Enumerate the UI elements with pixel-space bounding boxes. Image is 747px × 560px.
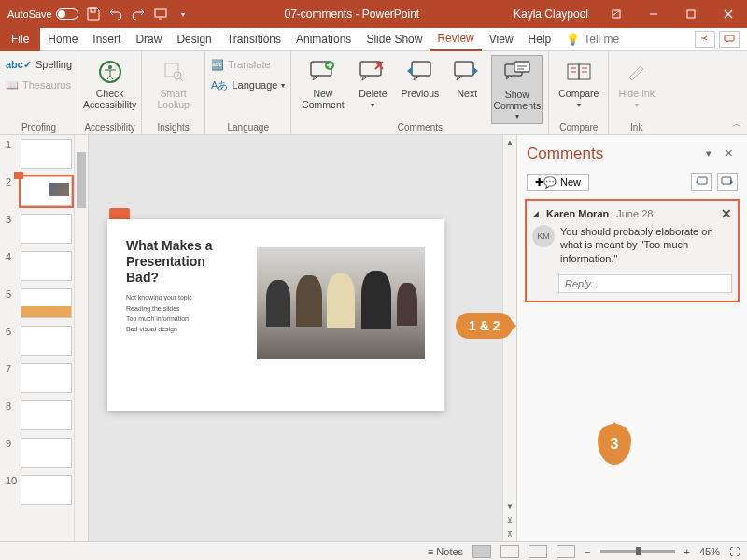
- svg-rect-1: [155, 9, 166, 17]
- fit-to-window-button[interactable]: ⛶: [729, 546, 740, 557]
- zoom-level[interactable]: 45%: [699, 546, 720, 557]
- svg-point-8: [174, 72, 181, 79]
- share-button[interactable]: [695, 31, 715, 48]
- language-button[interactable]: AあLanguage▾: [211, 76, 285, 94]
- ribbon-tabs: File Home Insert Draw Design Transitions…: [0, 28, 747, 51]
- thesaurus-button[interactable]: 📖Thesaurus: [6, 76, 72, 94]
- canvas-scrollbar[interactable]: ▲ ▼ ⊻ ⊼: [502, 135, 516, 541]
- close-button[interactable]: [710, 0, 747, 28]
- notes-button[interactable]: ≡Notes: [428, 546, 463, 557]
- slide-sorter-view-button[interactable]: [500, 545, 519, 558]
- slide-title[interactable]: What Makes a Presentation Bad?: [126, 238, 238, 285]
- next-comment-icon: [452, 57, 482, 87]
- lightbulb-icon: 💡: [566, 33, 580, 46]
- workspace: 1 2 3 4 5 6 7 8 9 10 What Makes a Presen…: [0, 135, 747, 541]
- autosave-toggle[interactable]: AutoSave: [7, 8, 78, 20]
- collapse-comment-icon[interactable]: ◢: [532, 209, 539, 218]
- pane-close-icon[interactable]: ✕: [725, 147, 738, 161]
- slide-image[interactable]: [257, 247, 425, 359]
- new-comment-pane-button[interactable]: ✚💬 New: [527, 174, 589, 191]
- ribbon-display-icon[interactable]: [598, 0, 635, 28]
- pane-options-icon[interactable]: ▾: [706, 147, 719, 161]
- tab-design[interactable]: Design: [169, 28, 218, 51]
- autosave-label: AutoSave: [7, 8, 52, 20]
- comment-date: June 28: [616, 208, 653, 219]
- new-comment-icon: [308, 57, 338, 87]
- translate-button[interactable]: 🔤Translate: [211, 55, 285, 74]
- status-bar: ≡Notes − + 45% ⛶: [0, 541, 747, 560]
- show-comments-button[interactable]: Show Comments▾: [491, 55, 543, 124]
- comment-author: Karen Moran: [546, 208, 609, 219]
- comments-pane: Comments ▾ ✕ ✚💬 New ◢ Karen Moran June 2…: [516, 135, 747, 541]
- compare-icon: [564, 57, 594, 87]
- svg-rect-12: [412, 62, 430, 76]
- reply-input[interactable]: [558, 274, 732, 293]
- group-comments-label: Comments: [297, 120, 543, 133]
- next-comment-nav[interactable]: [717, 173, 738, 191]
- slide-canvas[interactable]: What Makes a Presentation Bad? Not knowi…: [89, 135, 516, 541]
- document-title: 07-comments - PowerPoint: [190, 7, 514, 21]
- zoom-out-button[interactable]: −: [585, 546, 590, 557]
- slide-thumbnails-pane: 1 2 3 4 5 6 7 8 9 10: [0, 135, 89, 541]
- thumbnails-scrollbar[interactable]: [74, 135, 88, 541]
- compare-button[interactable]: Compare▾: [555, 55, 602, 111]
- svg-rect-18: [698, 177, 707, 184]
- undo-icon[interactable]: [108, 7, 123, 21]
- check-accessibility-button[interactable]: Check Accessibility: [84, 55, 135, 112]
- delete-comment-button[interactable]: Delete▾: [354, 55, 391, 111]
- delete-comment-icon[interactable]: ✕: [721, 206, 732, 221]
- spelling-button[interactable]: abc✓Spelling: [6, 55, 72, 74]
- smart-lookup-icon: [159, 57, 189, 87]
- svg-rect-7: [165, 63, 178, 77]
- tab-slideshow[interactable]: Slide Show: [359, 28, 430, 51]
- callout-1-2: 1 & 2: [456, 313, 513, 339]
- normal-view-button[interactable]: [472, 545, 491, 558]
- group-accessibility-label: Accessibility: [84, 120, 135, 133]
- qat-dropdown-icon[interactable]: ▾: [176, 7, 190, 21]
- tab-animations[interactable]: Animations: [289, 28, 359, 51]
- tell-me-search[interactable]: 💡 Tell me: [566, 33, 619, 46]
- tab-home[interactable]: Home: [40, 28, 85, 51]
- smart-lookup-button[interactable]: Smart Lookup: [148, 55, 199, 112]
- previous-comment-button[interactable]: Previous: [397, 55, 443, 102]
- redo-icon[interactable]: [131, 7, 146, 21]
- group-insights-label: Insights: [148, 120, 199, 133]
- comment-avatar: KM: [532, 225, 555, 247]
- tab-view[interactable]: View: [482, 28, 521, 51]
- tab-review[interactable]: Review: [430, 28, 481, 51]
- tab-insert[interactable]: Insert: [85, 28, 128, 51]
- slideshow-view-button[interactable]: [557, 545, 575, 558]
- svg-rect-19: [722, 177, 731, 184]
- tab-draw[interactable]: Draw: [128, 28, 169, 51]
- group-compare-label: Compare: [555, 120, 602, 133]
- reading-view-button[interactable]: [529, 545, 547, 558]
- maximize-button[interactable]: [672, 0, 710, 28]
- svg-rect-13: [455, 62, 473, 76]
- comments-toggle-button[interactable]: [719, 31, 740, 48]
- show-comments-icon: [502, 58, 532, 88]
- hide-ink-button[interactable]: Hide Ink▾: [614, 55, 658, 111]
- save-icon[interactable]: [86, 7, 101, 21]
- new-comment-small-icon: ✚💬: [535, 176, 557, 189]
- group-ink-label: Ink: [614, 120, 658, 133]
- collapse-ribbon-icon[interactable]: ︿: [732, 118, 741, 131]
- title-bar: AutoSave ▾ 07-comments - PowerPoint Kayl…: [0, 0, 747, 28]
- zoom-in-button[interactable]: +: [684, 546, 690, 557]
- comment-text: You should probably elaborate on what is…: [560, 225, 732, 265]
- tab-transitions[interactable]: Transitions: [219, 28, 289, 51]
- tab-file[interactable]: File: [0, 28, 40, 51]
- minimize-button[interactable]: [635, 0, 672, 28]
- ribbon: abc✓Spelling 📖Thesaurus Proofing Check A…: [0, 51, 747, 135]
- tab-help[interactable]: Help: [521, 28, 559, 51]
- start-from-beginning-icon[interactable]: [153, 7, 168, 21]
- svg-rect-0: [91, 8, 95, 12]
- new-comment-button[interactable]: New Comment: [297, 55, 348, 112]
- user-name[interactable]: Kayla Claypool: [514, 7, 588, 21]
- previous-comment-nav[interactable]: [691, 173, 712, 191]
- comments-pane-title: Comments: [527, 145, 700, 163]
- comment-card[interactable]: ◢ Karen Moran June 28 ✕ KM You should pr…: [525, 199, 740, 302]
- zoom-slider[interactable]: [600, 550, 675, 553]
- group-language-label: Language: [211, 120, 285, 133]
- next-comment-button[interactable]: Next: [448, 55, 486, 102]
- ink-icon: [622, 57, 652, 87]
